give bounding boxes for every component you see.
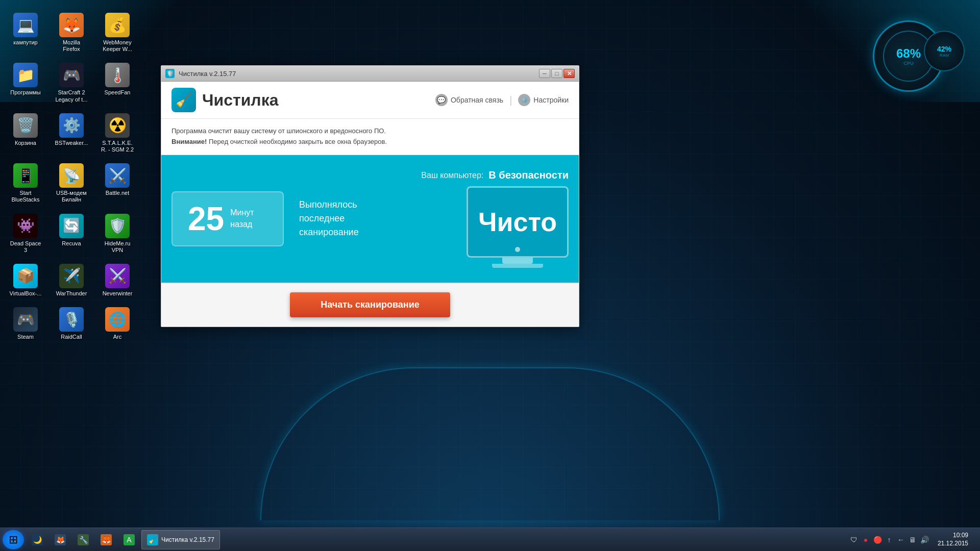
- firefox-label: Mozilla Firefox: [55, 39, 88, 53]
- usbmodem-icon: 📡: [59, 163, 84, 188]
- app-header: 🧹 Чистилка 💬 Обратная связь | ⚙️ Настрой…: [161, 82, 579, 119]
- raidcall-icon: 🎙️: [59, 307, 84, 332]
- taskbar-app-label: Чистилка v.2.15.77: [161, 536, 214, 543]
- icon-grid: 💻 кампутир 🦊 Mozilla Firefox 💰 WebMoney …: [5, 10, 133, 343]
- desktop-icon-speedfan[interactable]: 🌡️ SpeedFan: [99, 60, 137, 105]
- taskbar-pin-raincall[interactable]: 🌙: [27, 530, 48, 549]
- bottom-section: Начать сканирование: [161, 283, 579, 327]
- desktop-icon-deadspace3[interactable]: 👾 Dead Space 3: [7, 211, 45, 256]
- info-warning-label: Внимание!: [172, 138, 207, 145]
- speedo-value: 68%: [896, 46, 921, 61]
- taskbar-pin-2[interactable]: 🦊: [50, 530, 71, 549]
- settings-button[interactable]: ⚙️ Настройки: [518, 94, 569, 106]
- title-bar: 🛡️ Чистилка v.2.15.77 ─ □ ✕: [161, 66, 579, 82]
- speedo-small-label: RAM: [940, 53, 949, 58]
- speedo-label: CPU: [903, 61, 913, 66]
- battlenet-label: Battle.net: [106, 190, 129, 196]
- scan-button[interactable]: Начать сканирование: [290, 292, 450, 317]
- bluestacks-label: Start BlueStacks: [9, 190, 42, 203]
- window-controls: ─ □ ✕: [539, 69, 575, 78]
- starcraft-icon: 🎮: [59, 63, 84, 87]
- scan-info-line3: сканирование: [299, 226, 401, 239]
- speedfan-icon: 🌡️: [105, 63, 130, 87]
- deadspace3-label: Dead Space 3: [9, 240, 42, 254]
- desktop-icon-bstweaker[interactable]: ⚙️ BSTweaker...: [53, 111, 91, 156]
- tray-icon-3[interactable]: 🔴: [873, 535, 882, 544]
- header-divider: |: [509, 94, 512, 106]
- kompyuter-label: кампутир: [13, 39, 38, 46]
- usbmodem-label: USB-модем Билайн: [55, 190, 88, 203]
- desktop-icon-kompyuter[interactable]: 💻 кампутир: [7, 10, 45, 55]
- desktop-icon-battlenet[interactable]: ⚔️ Battle.net: [99, 161, 137, 206]
- tray-icon-sound[interactable]: 🔊: [920, 535, 929, 544]
- desktop-icon-stalker[interactable]: ☢️ S.T.A.L.K.E.R. - SGM 2.2: [99, 111, 137, 156]
- taskbar-pin-icon-5: A: [124, 534, 135, 545]
- tray-icon-1[interactable]: 🛡: [849, 535, 859, 544]
- virtualbox-icon: 📦: [13, 264, 38, 288]
- kompyuter-icon: 💻: [13, 13, 38, 37]
- hideme-label: HideMe.ru VPN: [101, 240, 134, 254]
- desktop-icon-neverwinter[interactable]: ⚔️ Neverwinter: [99, 261, 137, 299]
- desktop-icon-recuva[interactable]: 🔄 Recuva: [53, 211, 91, 256]
- desktop-icon-arc[interactable]: 🌐 Arc: [99, 305, 137, 343]
- desktop-icon-bluestacks[interactable]: 📱 Start BlueStacks: [7, 161, 45, 206]
- taskbar-tray: 🛡 ● 🔴 ↑ ← 🖥 🔊 10:09 21.12.2015: [849, 532, 977, 547]
- info-warning-text: Перед очисткой необходимо закрыть все ок…: [207, 138, 387, 145]
- title-bar-left: 🛡️ Чистилка v.2.15.77: [165, 69, 236, 78]
- feedback-button[interactable]: 💬 Обратная связь: [435, 94, 503, 106]
- minimize-button[interactable]: ─: [539, 69, 550, 78]
- desktop-icon-firefox[interactable]: 🦊 Mozilla Firefox: [53, 10, 91, 55]
- neverwinter-label: Neverwinter: [103, 290, 133, 297]
- desktop-icon-steam[interactable]: 🎮 Steam: [7, 305, 45, 343]
- desktop-icon-korzina[interactable]: 🗑️ Корзина: [7, 111, 45, 156]
- desktop-icon-warthunder[interactable]: ✈️ WarThunder: [53, 261, 91, 299]
- bstweaker-icon: ⚙️: [59, 113, 84, 138]
- taskbar-pin-3[interactable]: 🔧: [72, 530, 94, 549]
- speedo-small-value: 42%: [937, 45, 951, 53]
- tray-icon-5[interactable]: ←: [896, 535, 905, 544]
- taskbar-pin-icon-2: 🦊: [55, 534, 66, 545]
- desktop-icon-hideme[interactable]: 🛡️ HideMe.ru VPN: [99, 211, 137, 256]
- info-text-main: Программа очистит вашу систему от шпионс…: [172, 127, 386, 135]
- taskbar-pin-firefox[interactable]: 🦊: [95, 530, 117, 549]
- recuva-icon: 🔄: [59, 214, 84, 238]
- starcraft-label: StarCraft 2 Legacy of t...: [55, 89, 88, 103]
- warthunder-icon: ✈️: [59, 264, 84, 288]
- desktop-icon-starcraft[interactable]: 🎮 StarCraft 2 Legacy of t...: [53, 60, 91, 105]
- tray-icon-2[interactable]: ●: [861, 535, 870, 544]
- battlenet-icon: ⚔️: [105, 163, 130, 188]
- monitor-base: [492, 264, 543, 268]
- desktop-icon-virtualbox[interactable]: 📦 VirtualBox-...: [7, 261, 45, 299]
- tray-icon-4[interactable]: ↑: [885, 535, 894, 544]
- bluestacks-icon: 📱: [13, 163, 38, 188]
- info-text: Программа очистит вашу систему от шпионс…: [172, 126, 569, 147]
- desktop-icon-raidcall[interactable]: 🎙️ RaidCall: [53, 305, 91, 343]
- feedback-label: Обратная связь: [451, 96, 503, 104]
- maximize-button[interactable]: □: [551, 69, 562, 78]
- neverwinter-icon: ⚔️: [105, 264, 130, 288]
- taskbar-pin-5[interactable]: A: [118, 530, 140, 549]
- taskbar-app-item[interactable]: 🧹 Чистилка v.2.15.77: [141, 530, 220, 549]
- close-button[interactable]: ✕: [564, 69, 575, 78]
- webmoney-icon: 💰: [105, 13, 130, 37]
- computer-status-value: В безопасности: [488, 169, 569, 181]
- computer-status-row: Ваш компьютер: В безопасности: [416, 169, 569, 181]
- tray-icon-monitor[interactable]: 🖥: [908, 535, 917, 544]
- computer-label: Ваш компьютер:: [421, 171, 483, 180]
- raidcall-label: RaidCall: [61, 334, 82, 340]
- speedometer-widget: 68% CPU 42% RAM: [847, 10, 970, 102]
- taskbar-pin-icon-3: 🔧: [78, 534, 89, 545]
- monitor-box: Чисто: [467, 186, 569, 258]
- start-button[interactable]: ⊞: [3, 530, 24, 549]
- desktop-icon-programmy[interactable]: 📁 Программы: [7, 60, 45, 105]
- status-and-monitor: Ваш компьютер: В безопасности Чисто: [416, 169, 569, 268]
- app-title: Чистилка: [202, 91, 278, 110]
- desktop-icon-webmoney[interactable]: 💰 WebMoney Keeper W...: [99, 10, 137, 55]
- main-content: 25 Минут назад Выполнялось последнее ска…: [161, 155, 579, 283]
- feedback-icon: 💬: [435, 94, 448, 106]
- app-logo: 🧹 Чистилка: [172, 88, 278, 112]
- desktop-icon-usbmodem[interactable]: 📡 USB-модем Билайн: [53, 161, 91, 206]
- warthunder-label: WarThunder: [56, 290, 87, 297]
- programmy-label: Программы: [10, 89, 40, 96]
- taskbar-app-icon: 🧹: [147, 534, 158, 545]
